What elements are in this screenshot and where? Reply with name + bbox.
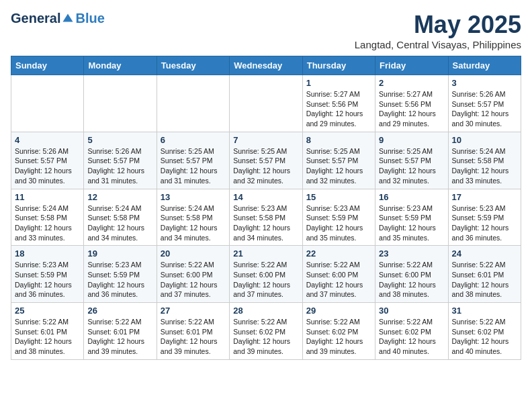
- day-number: 26: [87, 306, 152, 316]
- day-info: Sunrise: 5:23 AM Sunset: 5:58 PM Dayligh…: [233, 203, 298, 243]
- day-info: Sunrise: 5:23 AM Sunset: 5:59 PM Dayligh…: [87, 260, 152, 300]
- day-info: Sunrise: 5:26 AM Sunset: 5:57 PM Dayligh…: [452, 89, 517, 129]
- calendar-cell: 18Sunrise: 5:23 AM Sunset: 5:59 PM Dayli…: [11, 246, 84, 303]
- calendar-cell: 27Sunrise: 5:22 AM Sunset: 6:01 PM Dayli…: [157, 303, 229, 360]
- day-info: Sunrise: 5:22 AM Sunset: 6:01 PM Dayligh…: [15, 317, 80, 357]
- calendar-cell: 19Sunrise: 5:23 AM Sunset: 5:59 PM Dayli…: [84, 246, 157, 303]
- day-number: 31: [452, 306, 517, 316]
- logo-blue-text: Blue: [75, 11, 104, 26]
- day-info: Sunrise: 5:25 AM Sunset: 5:57 PM Dayligh…: [161, 146, 226, 186]
- calendar-cell: 25Sunrise: 5:22 AM Sunset: 6:01 PM Dayli…: [11, 303, 84, 360]
- calendar-cell: 22Sunrise: 5:22 AM Sunset: 6:00 PM Dayli…: [302, 246, 375, 303]
- page-header: General Blue May 2025 Langtad, Central V…: [11, 11, 521, 50]
- day-info: Sunrise: 5:22 AM Sunset: 6:00 PM Dayligh…: [161, 260, 226, 300]
- calendar-cell: 12Sunrise: 5:24 AM Sunset: 5:58 PM Dayli…: [84, 189, 157, 246]
- calendar-cell: 8Sunrise: 5:25 AM Sunset: 5:57 PM Daylig…: [302, 132, 375, 189]
- calendar-table: SundayMondayTuesdayWednesdayThursdayFrid…: [11, 56, 521, 360]
- calendar-cell: 26Sunrise: 5:22 AM Sunset: 6:01 PM Dayli…: [84, 303, 157, 360]
- day-info: Sunrise: 5:22 AM Sunset: 6:01 PM Dayligh…: [87, 317, 152, 357]
- day-info: Sunrise: 5:26 AM Sunset: 5:57 PM Dayligh…: [15, 146, 80, 186]
- day-number: 22: [306, 248, 371, 259]
- day-number: 14: [233, 192, 298, 202]
- calendar-cell: 5Sunrise: 5:26 AM Sunset: 5:57 PM Daylig…: [84, 132, 157, 189]
- day-number: 4: [15, 135, 80, 145]
- location-text: Langtad, Central Visayas, Philippines: [355, 39, 521, 50]
- day-number: 15: [306, 192, 371, 202]
- calendar-cell: 28Sunrise: 5:22 AM Sunset: 6:02 PM Dayli…: [230, 303, 302, 360]
- day-info: Sunrise: 5:26 AM Sunset: 5:57 PM Dayligh…: [87, 146, 152, 186]
- day-number: 9: [379, 135, 444, 145]
- day-info: Sunrise: 5:25 AM Sunset: 5:57 PM Dayligh…: [379, 146, 444, 186]
- day-number: 1: [306, 78, 371, 88]
- day-number: 3: [452, 78, 517, 88]
- day-number: 23: [379, 248, 444, 259]
- calendar-cell: [157, 75, 229, 132]
- calendar-cell: 6Sunrise: 5:25 AM Sunset: 5:57 PM Daylig…: [157, 132, 229, 189]
- calendar-cell: 31Sunrise: 5:22 AM Sunset: 6:02 PM Dayli…: [448, 303, 521, 360]
- weekday-header: Monday: [84, 56, 157, 75]
- day-info: Sunrise: 5:22 AM Sunset: 6:02 PM Dayligh…: [452, 317, 517, 357]
- logo-icon: [62, 13, 74, 25]
- day-info: Sunrise: 5:23 AM Sunset: 5:59 PM Dayligh…: [452, 203, 517, 243]
- day-info: Sunrise: 5:23 AM Sunset: 5:59 PM Dayligh…: [379, 203, 444, 243]
- day-info: Sunrise: 5:23 AM Sunset: 5:59 PM Dayligh…: [306, 203, 371, 243]
- day-number: 11: [15, 192, 80, 202]
- day-number: 24: [452, 248, 517, 259]
- day-number: 19: [87, 248, 152, 259]
- day-number: 25: [15, 306, 80, 316]
- calendar-cell: 30Sunrise: 5:22 AM Sunset: 6:02 PM Dayli…: [375, 303, 448, 360]
- weekday-header: Tuesday: [157, 56, 229, 75]
- calendar-week-row: 18Sunrise: 5:23 AM Sunset: 5:59 PM Dayli…: [11, 246, 521, 303]
- day-number: 20: [161, 248, 226, 259]
- day-info: Sunrise: 5:22 AM Sunset: 6:01 PM Dayligh…: [452, 260, 517, 300]
- calendar-cell: 16Sunrise: 5:23 AM Sunset: 5:59 PM Dayli…: [375, 189, 448, 246]
- calendar-cell: 29Sunrise: 5:22 AM Sunset: 6:02 PM Dayli…: [302, 303, 375, 360]
- calendar-cell: 13Sunrise: 5:24 AM Sunset: 5:58 PM Dayli…: [157, 189, 229, 246]
- calendar-cell: 17Sunrise: 5:23 AM Sunset: 5:59 PM Dayli…: [448, 189, 521, 246]
- calendar-cell: [84, 75, 157, 132]
- day-number: 13: [161, 192, 226, 202]
- day-info: Sunrise: 5:22 AM Sunset: 6:00 PM Dayligh…: [306, 260, 371, 300]
- day-number: 6: [161, 135, 226, 145]
- calendar-cell: 23Sunrise: 5:22 AM Sunset: 6:00 PM Dayli…: [375, 246, 448, 303]
- day-info: Sunrise: 5:25 AM Sunset: 5:57 PM Dayligh…: [306, 146, 371, 186]
- calendar-cell: 9Sunrise: 5:25 AM Sunset: 5:57 PM Daylig…: [375, 132, 448, 189]
- day-number: 10: [452, 135, 517, 145]
- day-info: Sunrise: 5:22 AM Sunset: 6:02 PM Dayligh…: [233, 317, 298, 357]
- calendar-week-row: 4Sunrise: 5:26 AM Sunset: 5:57 PM Daylig…: [11, 132, 521, 189]
- day-info: Sunrise: 5:22 AM Sunset: 6:01 PM Dayligh…: [161, 317, 226, 357]
- weekday-header: Sunday: [11, 56, 84, 75]
- day-number: 30: [379, 306, 444, 316]
- day-info: Sunrise: 5:22 AM Sunset: 6:00 PM Dayligh…: [379, 260, 444, 300]
- day-info: Sunrise: 5:27 AM Sunset: 5:56 PM Dayligh…: [306, 89, 371, 129]
- calendar-week-row: 11Sunrise: 5:24 AM Sunset: 5:58 PM Dayli…: [11, 189, 521, 246]
- calendar-cell: 15Sunrise: 5:23 AM Sunset: 5:59 PM Dayli…: [302, 189, 375, 246]
- day-number: 2: [379, 78, 444, 88]
- day-number: 18: [15, 248, 80, 259]
- calendar-cell: 11Sunrise: 5:24 AM Sunset: 5:58 PM Dayli…: [11, 189, 84, 246]
- weekday-header: Friday: [375, 56, 448, 75]
- calendar-cell: 20Sunrise: 5:22 AM Sunset: 6:00 PM Dayli…: [157, 246, 229, 303]
- weekday-header: Saturday: [448, 56, 521, 75]
- day-info: Sunrise: 5:27 AM Sunset: 5:56 PM Dayligh…: [379, 89, 444, 129]
- calendar-cell: 4Sunrise: 5:26 AM Sunset: 5:57 PM Daylig…: [11, 132, 84, 189]
- day-info: Sunrise: 5:24 AM Sunset: 5:58 PM Dayligh…: [15, 203, 80, 243]
- day-info: Sunrise: 5:22 AM Sunset: 6:00 PM Dayligh…: [233, 260, 298, 300]
- calendar-cell: 1Sunrise: 5:27 AM Sunset: 5:56 PM Daylig…: [302, 75, 375, 132]
- month-title: May 2025: [355, 11, 521, 39]
- day-info: Sunrise: 5:22 AM Sunset: 6:02 PM Dayligh…: [306, 317, 371, 357]
- day-number: 17: [452, 192, 517, 202]
- calendar-cell: 14Sunrise: 5:23 AM Sunset: 5:58 PM Dayli…: [230, 189, 302, 246]
- calendar-cell: 10Sunrise: 5:24 AM Sunset: 5:58 PM Dayli…: [448, 132, 521, 189]
- day-number: 8: [306, 135, 371, 145]
- day-number: 27: [161, 306, 226, 316]
- calendar-cell: 24Sunrise: 5:22 AM Sunset: 6:01 PM Dayli…: [448, 246, 521, 303]
- calendar-cell: 21Sunrise: 5:22 AM Sunset: 6:00 PM Dayli…: [230, 246, 302, 303]
- day-number: 5: [87, 135, 152, 145]
- calendar-header-row: SundayMondayTuesdayWednesdayThursdayFrid…: [11, 56, 521, 75]
- calendar-week-row: 1Sunrise: 5:27 AM Sunset: 5:56 PM Daylig…: [11, 75, 521, 132]
- day-info: Sunrise: 5:22 AM Sunset: 6:02 PM Dayligh…: [379, 317, 444, 357]
- day-info: Sunrise: 5:24 AM Sunset: 5:58 PM Dayligh…: [452, 146, 517, 186]
- calendar-cell: [11, 75, 84, 132]
- title-section: May 2025 Langtad, Central Visayas, Phili…: [355, 11, 521, 50]
